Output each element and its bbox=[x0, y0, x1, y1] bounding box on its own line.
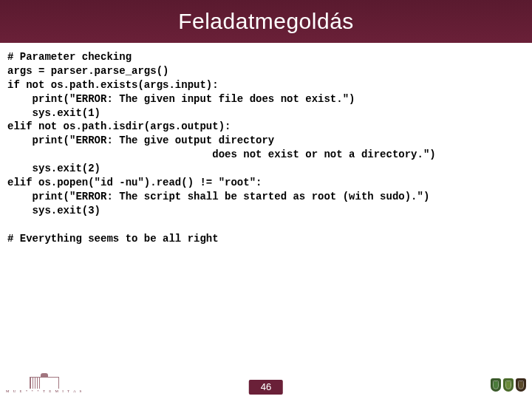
code-block: # Parameter checking args = parser.parse… bbox=[7, 50, 525, 245]
slide-title: Feladatmegoldás bbox=[178, 9, 354, 34]
footer: M U E * * * T E M I T A S 46 bbox=[0, 374, 532, 399]
crest-icon bbox=[491, 378, 501, 392]
crest-icon bbox=[516, 378, 526, 392]
building-icon bbox=[30, 377, 59, 389]
university-logo: M U E * * * T E M I T A S bbox=[6, 377, 83, 393]
crest-group bbox=[491, 378, 526, 392]
slide: Feladatmegoldás # Parameter checking arg… bbox=[0, 0, 532, 399]
content-area: # Parameter checking args = parser.parse… bbox=[0, 43, 532, 374]
university-logo-text: M U E * * * T E M I T A S bbox=[6, 389, 83, 393]
page-number: 46 bbox=[249, 380, 283, 395]
title-bar: Feladatmegoldás bbox=[0, 0, 532, 43]
crest-icon bbox=[503, 378, 514, 392]
